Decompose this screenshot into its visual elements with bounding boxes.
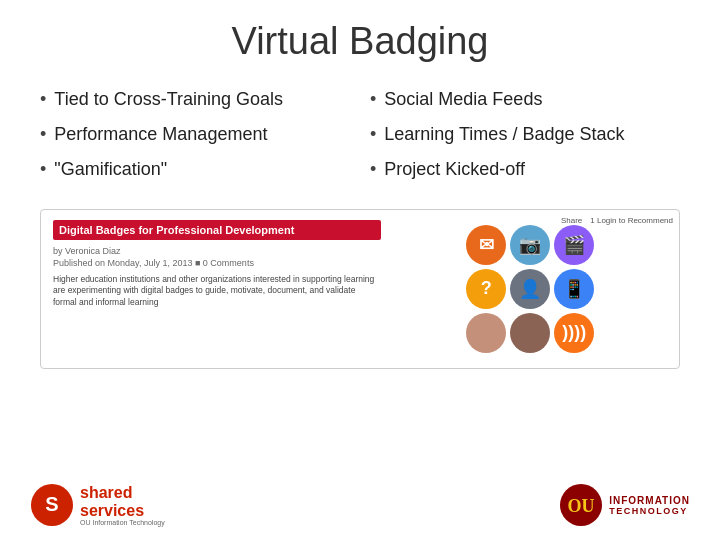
share-label: Share <box>561 216 582 225</box>
slide: Virtual Badging • Tied to Cross-Training… <box>0 0 720 540</box>
bullet-dot-r3: • <box>370 157 376 182</box>
services-text: services <box>80 502 165 520</box>
shared-services-icon: S <box>30 483 74 527</box>
left-bullet-text-1: Tied to Cross-Training Goals <box>54 87 283 112</box>
shared-services-text: shared services OU Information Technolog… <box>80 484 165 526</box>
left-bullet-2: • Performance Management <box>40 122 350 147</box>
article-date: Published on Monday, July 1, 2013 ■ 0 Co… <box>53 258 381 268</box>
face-icon-2 <box>510 313 550 353</box>
left-bullet-text-3: "Gamification" <box>54 157 167 182</box>
left-bullets-col: • Tied to Cross-Training Goals • Perform… <box>40 87 350 193</box>
svg-text:OU: OU <box>568 496 595 516</box>
bullet-dot-2: • <box>40 122 46 147</box>
ou-info-text: INFORMATION <box>609 495 690 506</box>
icon-grid: ✉ 📷 🎬 ? 👤 📱 )))) <box>466 225 594 353</box>
ou-it-logo: OU INFORMATION TECHNOLOGY <box>559 483 690 527</box>
left-bullet-3: • "Gamification" <box>40 157 350 182</box>
right-bullet-3: • Project Kicked-off <box>370 157 680 182</box>
bullet-dot-1: • <box>40 87 46 112</box>
right-bullet-2: • Learning Times / Badge Stack <box>370 122 680 147</box>
shared-services-sub: OU Information Technology <box>80 519 165 526</box>
face-icon-1 <box>466 313 506 353</box>
svg-text:S: S <box>45 493 58 515</box>
share-bar: Share 1 Login to Recommend <box>561 216 673 225</box>
right-bullet-list: • Social Media Feeds • Learning Times / … <box>370 87 680 183</box>
left-bullet-text-2: Performance Management <box>54 122 267 147</box>
left-bullet-1: • Tied to Cross-Training Goals <box>40 87 350 112</box>
right-bullet-1: • Social Media Feeds <box>370 87 680 112</box>
recommend-label: 1 Login to Recommend <box>590 216 673 225</box>
left-bullet-list: • Tied to Cross-Training Goals • Perform… <box>40 87 350 183</box>
shared-services-logo: S shared services OU Information Technol… <box>30 483 165 527</box>
article-right-section: ✉ 📷 🎬 ? 👤 📱 )))) <box>393 220 667 358</box>
bullet-dot-3: • <box>40 157 46 182</box>
bullet-dot-r1: • <box>370 87 376 112</box>
right-bullet-text-2: Learning Times / Badge Stack <box>384 122 624 147</box>
ou-it-text: INFORMATION TECHNOLOGY <box>609 495 690 516</box>
photo-icon: 📷 <box>510 225 550 265</box>
article-author: by Veronica Diaz <box>53 246 381 256</box>
article-body: Higher education institutions and other … <box>53 274 381 310</box>
bullets-row: • Tied to Cross-Training Goals • Perform… <box>40 87 680 193</box>
slide-title: Virtual Badging <box>231 20 488 63</box>
mobile-icon: 📱 <box>554 269 594 309</box>
article-card: Digital Badges for Professional Developm… <box>40 209 680 369</box>
ou-tech-text: TECHNOLOGY <box>609 506 688 516</box>
email-icon: ✉ <box>466 225 506 265</box>
right-bullet-text-1: Social Media Feeds <box>384 87 542 112</box>
article-title-bar: Digital Badges for Professional Developm… <box>53 220 381 240</box>
person-icon: 👤 <box>510 269 550 309</box>
article-left-section: Digital Badges for Professional Developm… <box>53 220 381 358</box>
right-bullet-text-3: Project Kicked-off <box>384 157 525 182</box>
ou-emblem-icon: OU <box>559 483 603 527</box>
question-icon: ? <box>466 269 506 309</box>
bullet-dot-r2: • <box>370 122 376 147</box>
film-icon: 🎬 <box>554 225 594 265</box>
shared-text: shared <box>80 484 165 502</box>
rss-icon: )))) <box>554 313 594 353</box>
bottom-logos-bar: S shared services OU Information Technol… <box>0 470 720 540</box>
right-bullets-col: • Social Media Feeds • Learning Times / … <box>370 87 680 193</box>
